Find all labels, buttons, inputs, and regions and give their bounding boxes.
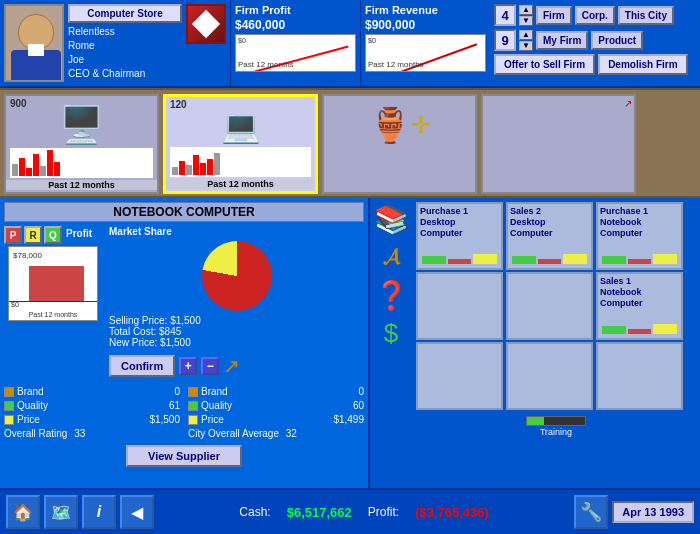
card6-bars — [602, 322, 677, 334]
brand-label: Brand — [17, 386, 44, 397]
market-card-sales-desktop[interactable]: Sales 2DesktopComputer — [506, 202, 593, 270]
product-thumb-desktop[interactable]: 900 🖥️ Past 12 months — [4, 94, 159, 194]
arrows2: ▲ ▼ — [519, 30, 533, 51]
question-icon[interactable]: ❓ — [374, 278, 408, 312]
ceo-name1: Relentless — [68, 25, 182, 39]
ceo-name3: Joe — [68, 53, 182, 67]
dollar-icon[interactable]: $ — [374, 316, 408, 350]
card1-header: Purchase 1DesktopComputer — [420, 206, 499, 238]
profit-chart-past: Past 12 months — [9, 311, 97, 318]
letter-a-icon[interactable]: 𝓐 — [374, 240, 408, 274]
market-card-empty-4[interactable] — [506, 342, 593, 410]
desktop-chart — [10, 148, 153, 178]
plus-button[interactable]: + — [179, 357, 197, 375]
card2-bars — [512, 252, 587, 264]
city-brand-dot — [188, 387, 198, 397]
prq-buttons: P R Q Profit — [4, 226, 98, 244]
card6-header: Sales 1NotebookComputer — [600, 276, 679, 308]
bottom-icon-1[interactable]: 🏠 — [6, 495, 40, 529]
ceo-name2: Rome — [68, 39, 182, 53]
market-card-purchase-desktop[interactable]: Purchase 1DesktopComputer — [416, 202, 503, 270]
bottom-icon-back[interactable]: ◀ — [120, 495, 154, 529]
bottom-icon-2[interactable]: 🗺️ — [44, 495, 78, 529]
firm-row1: 4 ▲ ▼ Firm Corp. This City — [494, 4, 696, 26]
price-dot — [4, 415, 14, 425]
cosmetics-img: 🏺 ✛ — [334, 100, 465, 150]
overall-label: Overall Rating — [4, 428, 67, 439]
product-btn[interactable]: Product — [591, 31, 643, 50]
arrow-cursor-icon: ↗ — [223, 354, 240, 378]
firm-profit-value: $460,000 — [235, 18, 356, 32]
market-card-sales-notebook[interactable]: Sales 1NotebookComputer — [596, 272, 683, 340]
main-content: NOTEBOOK COMPUTER P R Q Profit $78,000 $… — [0, 198, 700, 488]
corp-btn[interactable]: Corp. — [575, 6, 615, 25]
overall-val: 33 — [74, 428, 85, 439]
arrow-down-1[interactable]: ▼ — [519, 16, 533, 26]
training-area: Training — [416, 416, 696, 437]
stats-section: Brand 0 Quality 61 Price $1,500 Overall … — [4, 386, 364, 439]
market-card-empty-5[interactable] — [596, 342, 683, 410]
arrows1: ▲ ▼ — [519, 5, 533, 26]
notebook-chart — [170, 147, 311, 177]
view-supplier-button[interactable]: View Supplier — [126, 445, 242, 467]
product-thumb-empty[interactable]: ↗ — [481, 94, 636, 194]
r-button[interactable]: R — [24, 226, 42, 244]
profit-label: Profit — [66, 228, 92, 244]
p-button[interactable]: P — [4, 226, 22, 244]
market-card-empty-2[interactable] — [506, 272, 593, 340]
product-thumb-cosmetics[interactable]: 🏺 ✛ — [322, 94, 477, 194]
card1-bars — [422, 252, 497, 264]
selling-info: Selling Price: $1,500 Total Cost: $845 N… — [109, 315, 364, 348]
city-quality-label: Quality — [201, 400, 232, 411]
city-quality-dot — [188, 401, 198, 411]
detail-panel: NOTEBOOK COMPUTER P R Q Profit $78,000 $… — [0, 198, 370, 488]
arrow-up-2[interactable]: ▲ — [519, 30, 533, 40]
brand-dot — [4, 387, 14, 397]
avatar — [4, 4, 64, 82]
city-quality-val: 60 — [353, 400, 364, 411]
panel-title: NOTEBOOK COMPUTER — [4, 202, 364, 222]
offer-sell-button[interactable]: Offer to Sell Firm — [494, 54, 595, 75]
arrow-down-2[interactable]: ▼ — [519, 41, 533, 51]
bottom-icon-tool[interactable]: 🔧 — [574, 495, 608, 529]
market-share-label: Market Share — [109, 226, 364, 237]
profit-zero: $0 — [238, 37, 246, 44]
bottom-icon-info[interactable]: i — [82, 495, 116, 529]
books-icon[interactable]: 📚 — [374, 202, 408, 236]
market-card-purchase-notebook[interactable]: Purchase 1NotebookComputer — [596, 202, 683, 270]
icons-col: 📚 𝓐 ❓ $ — [370, 198, 412, 488]
market-card-empty-3[interactable] — [416, 342, 503, 410]
notebook-img: 💻 — [176, 101, 305, 151]
firm-profit-label: Firm Profit — [235, 4, 356, 16]
minus-button[interactable]: − — [201, 357, 219, 375]
product-thumb-notebook[interactable]: 120 💻 Past 12 months — [163, 94, 318, 194]
this-city-btn[interactable]: This City — [618, 6, 674, 25]
revenue-chart-label: Past 12 months — [368, 60, 424, 69]
market-card-empty-1[interactable] — [416, 272, 503, 340]
profit-value: ($3,765,436) — [415, 505, 489, 520]
city-brand-label: Brand — [201, 386, 228, 397]
my-firm-btn[interactable]: My Firm — [536, 31, 588, 50]
confirm-row: Confirm + − ↗ — [109, 354, 364, 378]
profit-chart: $78,000 $0 Past 12 months — [8, 246, 98, 321]
notebook-label: Past 12 months — [166, 179, 315, 189]
company-name-button[interactable]: Computer Store — [68, 4, 182, 23]
firm-num1: 4 — [494, 4, 516, 26]
profit-chart-zero: $0 — [11, 301, 19, 308]
desktop-label: Past 12 months — [6, 180, 157, 190]
arrow-up-1[interactable]: ▲ — [519, 5, 533, 15]
profit-label: Profit: — [368, 505, 399, 519]
firm-num2: 9 — [494, 29, 516, 51]
q-button[interactable]: Q — [44, 226, 62, 244]
firm-btn[interactable]: Firm — [536, 6, 572, 25]
city-price-label: Price — [201, 414, 224, 425]
quality-dot — [4, 401, 14, 411]
profit-chart-label: Past 12 months — [238, 60, 294, 69]
demolish-button[interactable]: Demolish Firm — [598, 54, 687, 75]
bottom-bar: 🏠 🗺️ i ◀ Cash: $6,517,662 Profit: ($3,76… — [0, 488, 700, 534]
right-controls: 4 ▲ ▼ Firm Corp. This City 9 ▲ ▼ My Firm… — [490, 0, 700, 86]
firm-profit-panel: Firm Profit $460,000 $0 Past 12 months — [230, 0, 360, 86]
confirm-button[interactable]: Confirm — [109, 355, 175, 377]
card3-bars — [602, 252, 677, 264]
firm-revenue-panel: Firm Revenue $900,000 $0 Past 12 months — [360, 0, 490, 86]
